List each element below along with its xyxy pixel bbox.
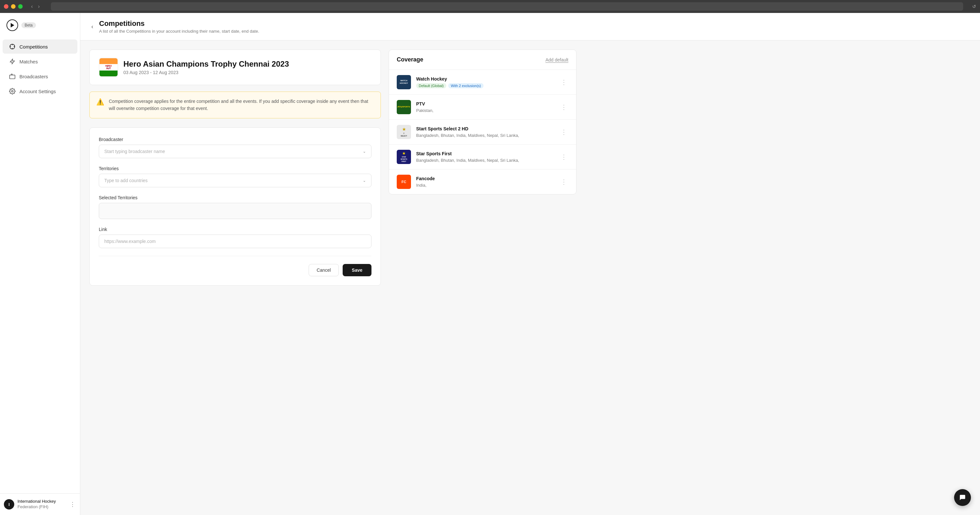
coverage-more-button[interactable]: ⋮ [559,152,568,162]
matches-icon [9,58,16,65]
alert-text: Competition coverage applies for the ent… [109,98,374,112]
user-more-button[interactable]: ⋮ [69,500,76,509]
coverage-item: ★ 2 SELECT Start Sports Select 2 HD Bang… [389,120,576,144]
coverage-info-ptv: PTV Pakistan, [416,101,554,113]
coverage-territories: Pakistan, [416,108,554,113]
competition-logo: HEROACT [99,58,118,77]
titlebar: ‹ › ↺ [0,0,980,13]
coverage-item: PTVSPORTS PTV Pakistan, ⋮ [389,95,576,120]
coverage-info-fancode: Fancode India, [416,176,554,188]
sidebar-label-account-settings: Account Settings [19,89,56,94]
coverage-info-ss2: Start Sports Select 2 HD Bangladesh, Bhu… [416,126,554,138]
territories-chevron-icon: ⌄ [363,178,366,183]
link-input[interactable] [99,235,371,248]
coverage-name: Fancode [416,176,554,181]
back-button[interactable]: ‹ [89,23,95,31]
sidebar-item-broadcasters[interactable]: Broadcasters [3,69,77,84]
settings-icon [9,88,16,95]
coverage-badges: Default (Global) With 2 exclusion(s) [416,83,554,88]
coverage-name: PTV [416,101,554,106]
right-panel: Coverage Add default WATCHHOCKEY Watch H… [389,49,576,506]
user-org: Federation (FIH) [18,504,66,510]
coverage-header: Coverage Add default [389,50,576,70]
chat-icon [959,494,966,501]
coverage-item: ★ STARSPORTSFIRST Star Sports First Bang… [389,144,576,170]
left-panel: HEROACT Hero Asian Champions Trophy Chen… [89,49,381,506]
action-bar: Cancel Save [99,256,371,276]
user-avatar: I [4,499,14,510]
selected-territories-box [99,203,371,219]
sidebar-footer: I International Hockey Federation (FIH) … [0,493,80,515]
sidebar-nav: Competitions Matches Broadcasters Accoun… [0,36,80,493]
coverage-logo-ss2: ★ 2 SELECT [397,125,411,139]
broadcaster-input[interactable]: Start typing broadcaster name ⌄ [99,144,371,158]
coverage-more-button[interactable]: ⋮ [559,102,568,112]
sidebar-item-account-settings[interactable]: Account Settings [3,84,77,98]
badge-default: Default (Global) [416,83,446,88]
chat-button[interactable] [954,489,971,506]
page-title: Competitions [99,19,259,28]
add-default-button[interactable]: Add default [546,57,568,62]
coverage-card: Coverage Add default WATCHHOCKEY Watch H… [389,49,576,195]
coverage-logo-ptv: PTVSPORTS [397,100,411,114]
competitions-icon [9,43,16,50]
coverage-more-button[interactable]: ⋮ [559,177,568,187]
badge-exclusion: With 2 exclusion(s) [448,83,484,88]
nav-forward-button[interactable]: › [36,3,41,10]
svg-marker-0 [11,23,14,27]
competition-date: 03 Aug 2023 - 12 Aug 2023 [123,70,289,75]
sidebar-label-broadcasters: Broadcasters [19,74,48,79]
coverage-logo-watch-hockey: WATCHHOCKEY [397,75,411,89]
sidebar-label-competitions: Competitions [19,44,48,49]
refresh-icon: ↺ [972,4,976,9]
maximize-button[interactable] [18,4,23,9]
coverage-info-watch-hockey: Watch Hockey Default (Global) With 2 exc… [416,76,554,88]
competition-card: HEROACT Hero Asian Champions Trophy Chen… [89,49,381,85]
main-content: ‹ Competitions A list of all the Competi… [80,13,980,515]
minimize-button[interactable] [11,4,16,9]
svg-point-3 [12,90,13,92]
coverage-item: WATCHHOCKEY Watch Hockey Default (Global… [389,70,576,95]
coverage-info-ssf: Star Sports First Bangladesh, Bhutan, In… [416,151,554,163]
broadcasters-icon [9,73,16,79]
content-area: HEROACT Hero Asian Champions Trophy Chen… [80,40,980,515]
link-group: Link [99,227,371,248]
form-section: Broadcaster Start typing broadcaster nam… [89,127,381,286]
user-info: International Hockey Federation (FIH) [18,499,66,510]
coverage-logo-fancode: FC [397,175,411,189]
coverage-territories: Bangladesh, Bhutan, India, Maldives, Nep… [416,133,554,138]
header-text: Competitions A list of all the Competiti… [99,19,259,34]
selected-territories-label: Selected Territories [99,195,371,200]
user-name: International Hockey [18,499,66,504]
territories-group: Territories Type to add countries ⌄ [99,166,371,187]
sidebar-item-matches[interactable]: Matches [3,54,77,68]
play-icon [10,23,15,28]
chevron-down-icon: ⌄ [363,149,366,154]
coverage-territories: Bangladesh, Bhutan, India, Maldives, Nep… [416,158,554,163]
coverage-logo-ssf: ★ STARSPORTSFIRST [397,150,411,164]
page-subtitle: A list of all the Competitions in your a… [99,29,259,34]
sidebar: Beta Competitions Matches Broadcasters [0,13,80,515]
coverage-more-button[interactable]: ⋮ [559,127,568,137]
sidebar-item-competitions[interactable]: Competitions [3,40,77,54]
territories-input[interactable]: Type to add countries ⌄ [99,174,371,187]
link-label: Link [99,227,371,232]
beta-badge: Beta [21,22,36,28]
warning-icon: ⚠️ [96,98,104,106]
broadcaster-label: Broadcaster [99,137,371,142]
coverage-more-button[interactable]: ⋮ [559,77,568,87]
nav-back-button[interactable]: ‹ [29,3,35,10]
coverage-name: Watch Hockey [416,76,554,81]
coverage-name: Start Sports Select 2 HD [416,126,554,132]
coverage-title: Coverage [397,56,423,63]
close-button[interactable] [4,4,8,9]
coverage-list: WATCHHOCKEY Watch Hockey Default (Global… [389,70,576,194]
selected-territories-group: Selected Territories [99,195,371,219]
competition-info: Hero Asian Champions Trophy Chennai 2023… [123,60,289,75]
svg-rect-2 [10,75,15,79]
url-bar[interactable] [51,2,963,11]
cancel-button[interactable]: Cancel [309,264,339,276]
save-button[interactable]: Save [343,264,371,276]
coverage-name: Star Sports First [416,151,554,156]
broadcaster-placeholder: Start typing broadcaster name [104,149,165,154]
